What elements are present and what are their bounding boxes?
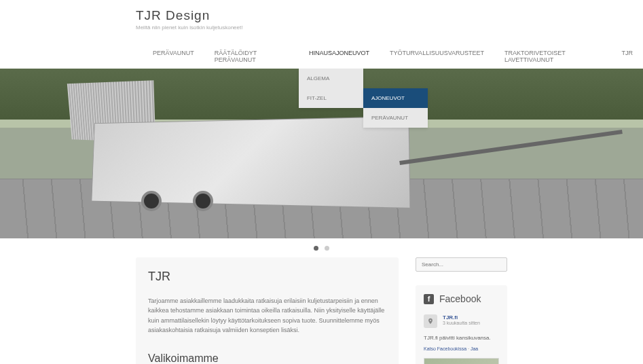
carousel-dots bbox=[0, 238, 643, 257]
fb-link-share[interactable]: Jaa bbox=[471, 346, 478, 351]
fb-post-links: Katso Facebookissa · Jaa bbox=[424, 346, 499, 351]
dropdown-hinaus: ALGEMA FIT-ZEL AJONEUVOT PERÄVAUNUT bbox=[299, 69, 363, 108]
fb-post-text: TJR.fi päivitti kansikuvansa. bbox=[424, 335, 499, 341]
sub-dropdown-peravaunut[interactable]: PERÄVAUNUT bbox=[363, 108, 428, 128]
hero-wheel-2 bbox=[193, 191, 213, 211]
dropdown-algema[interactable]: ALGEMA bbox=[299, 69, 363, 88]
facebook-title: Facebook bbox=[439, 293, 481, 304]
sub-dropdown-fitzel: AJONEUVOT PERÄVAUNUT bbox=[363, 88, 428, 128]
hero-trailer-body bbox=[91, 116, 410, 208]
fb-post-time: 3 kuukautta sitten bbox=[443, 321, 480, 325]
nav-hinausajoneuvot-label: HINAUSAJONEUVOT bbox=[309, 50, 369, 56]
nav-hinausajoneuvot[interactable]: HINAUSAJONEUVOT ALGEMA FIT-ZEL AJONEUVOT… bbox=[299, 44, 380, 69]
fb-post-header: TJR.fi 3 kuukautta sitten bbox=[424, 314, 499, 328]
intro-paragraph: Tarjoamme asiakkaillemme laadukkaita rat… bbox=[148, 296, 386, 335]
carousel-dot-1[interactable] bbox=[314, 246, 318, 251]
search-input[interactable] bbox=[416, 257, 507, 272]
site-title[interactable]: TJR Design bbox=[136, 8, 643, 23]
carousel-dot-2[interactable] bbox=[325, 246, 329, 251]
section-title: Valikoimamme bbox=[148, 352, 386, 364]
dropdown-fitzel-label: FIT-ZEL bbox=[307, 95, 327, 101]
sub-dropdown-ajoneuvot[interactable]: AJONEUVOT bbox=[363, 88, 428, 108]
site-tagline: Meiltä niin pienet kuin isotkin kuljetus… bbox=[136, 24, 643, 31]
fb-page-plugin[interactable]: TJR.fi 1 tykkäys Tykkää sivusta bbox=[424, 358, 499, 364]
sidebar: f Facebook TJR.fi 3 kuukautta sitten TJR… bbox=[416, 257, 507, 364]
nav-tjr[interactable]: TJR bbox=[612, 44, 644, 69]
main-nav: PERÄVAUNUT RÄÄTÄLÖIDYT PERÄVAUNUT HINAUS… bbox=[136, 44, 643, 69]
fb-post-title[interactable]: TJR.fi bbox=[443, 314, 480, 321]
nav-peravaunut[interactable]: PERÄVAUNUT bbox=[143, 44, 204, 69]
hero-trailer-hitch bbox=[399, 129, 623, 164]
nav-traktorivetoiset[interactable]: TRAKTORIVETOISET LAVETTIVAUNUT bbox=[494, 44, 612, 69]
fb-link-view[interactable]: Katso Facebookissa bbox=[424, 346, 466, 351]
dropdown-fitzel[interactable]: FIT-ZEL AJONEUVOT PERÄVAUNUT bbox=[299, 88, 363, 108]
facebook-widget: f Facebook TJR.fi 3 kuukautta sitten TJR… bbox=[416, 285, 507, 364]
page-title: TJR bbox=[148, 270, 386, 284]
facebook-icon: f bbox=[424, 294, 434, 304]
nav-raataloidyt[interactable]: RÄÄTÄLÖIDYT PERÄVAUNUT bbox=[204, 44, 299, 69]
fb-page-cover bbox=[424, 359, 498, 364]
nav-tyoturvallisuus[interactable]: TYÖTURVALLISUUSVARUSTEET bbox=[380, 44, 494, 69]
map-marker-icon bbox=[424, 314, 437, 328]
facebook-title-row: f Facebook bbox=[424, 293, 499, 304]
main-content: TJR Tarjoamme asiakkaillemme laadukkaita… bbox=[136, 257, 399, 364]
